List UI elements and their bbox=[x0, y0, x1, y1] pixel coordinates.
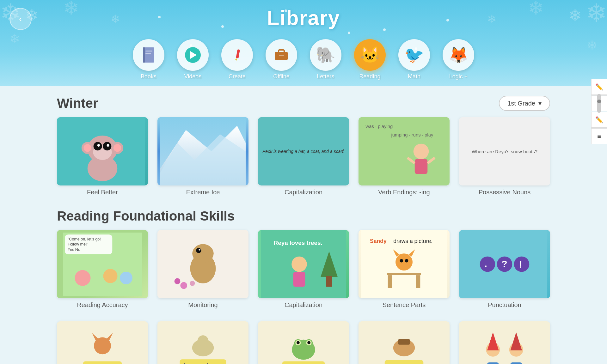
logic-icon: 🦊 bbox=[449, 47, 468, 63]
feel-better-illustration bbox=[57, 117, 148, 185]
pencil-tool-icon: ✏️ bbox=[595, 83, 603, 91]
card-monitoring[interactable]: Monitoring bbox=[157, 230, 248, 309]
nav-item-offline[interactable]: Offline bbox=[266, 39, 297, 80]
card-poss-nouns[interactable]: Where are Reya's snow boots? Possessive … bbox=[459, 117, 550, 196]
winter-section-header: Winter 1st Grade ▾ bbox=[57, 96, 550, 111]
winter-card-grid: Feel Better bbox=[57, 117, 550, 196]
card-label-cap2: Capitalization bbox=[258, 301, 349, 309]
svg-rect-1 bbox=[143, 47, 145, 63]
verb-svg: was · playing jumping · runs · play bbox=[359, 117, 450, 185]
svg-text:was · playing: was · playing bbox=[365, 124, 393, 129]
svg-point-83 bbox=[198, 335, 208, 346]
card-isolate-sounds[interactable]: Isolate All Sounds bbox=[459, 321, 550, 364]
card-feel-better[interactable]: Feel Better bbox=[57, 117, 148, 196]
reading-acc-illustration: "Come on, let's go! Follow me!" Yes No bbox=[57, 230, 148, 298]
svg-text:"Come on, let's go!: "Come on, let's go! bbox=[68, 237, 101, 241]
nav-item-reading[interactable]: 🐱 Reading bbox=[354, 39, 386, 80]
tool-menu[interactable]: ≡ bbox=[591, 128, 607, 144]
card-image-feel-better bbox=[57, 117, 148, 185]
grade-selector[interactable]: 1st Grade ▾ bbox=[499, 96, 550, 111]
svg-point-64 bbox=[405, 259, 408, 263]
tool-scroll[interactable] bbox=[591, 95, 607, 111]
svg-text:Yes   No: Yes No bbox=[68, 247, 80, 252]
letters-icon: 🐘 bbox=[316, 47, 335, 63]
nav-circle-reading: 🐱 bbox=[354, 39, 386, 71]
card-verb-endings[interactable]: was · playing jumping · runs · play Verb… bbox=[359, 117, 450, 196]
extreme-ice-illustration bbox=[157, 117, 248, 185]
nav-circle-create bbox=[221, 39, 253, 71]
nav-item-logic[interactable]: 🦊 Logic + bbox=[443, 39, 474, 80]
svg-rect-51 bbox=[326, 276, 332, 287]
svg-point-13 bbox=[84, 144, 91, 152]
main-content: Winter 1st Grade ▾ bbox=[0, 86, 607, 364]
svg-point-28 bbox=[414, 144, 429, 159]
end-sound-illustration: f r o g bbox=[258, 321, 349, 364]
card-middle-sound[interactable]: d u c k e a Middle Sound bbox=[157, 321, 248, 364]
card-ending-sound[interactable]: f r o g Ending Sound bbox=[258, 321, 349, 364]
card-punctuation[interactable]: . ? ! Punctuation bbox=[459, 230, 550, 309]
cap2-svg: Reya loves trees. bbox=[258, 230, 349, 298]
svg-text:!: ! bbox=[519, 259, 522, 270]
card-label-reading-acc: Reading Accuracy bbox=[57, 301, 148, 309]
card-image-cap-winter: Peck is wearing a hat, a coat, and a sca… bbox=[258, 117, 349, 185]
books-icon bbox=[141, 47, 156, 63]
svg-point-43 bbox=[196, 248, 201, 253]
card-image-reading-acc: "Come on, let's go! Follow me!" Yes No bbox=[57, 230, 148, 298]
grade-label: 1st Grade bbox=[507, 100, 535, 107]
svg-rect-53 bbox=[293, 272, 305, 287]
reading-row1: "Come on, let's go! Follow me!" Yes No R… bbox=[57, 230, 550, 309]
nav-item-create[interactable]: Create bbox=[221, 39, 253, 80]
nav-circle-videos bbox=[177, 39, 209, 71]
videos-icon bbox=[185, 47, 201, 63]
nav-item-videos[interactable]: Videos bbox=[177, 39, 209, 80]
svg-rect-4 bbox=[236, 49, 240, 58]
isolate-illustration bbox=[459, 321, 550, 364]
card-label-verb: Verb Endings: -ing bbox=[359, 189, 450, 196]
card-label-monitoring: Monitoring bbox=[157, 301, 248, 309]
card-image-punctuation: . ? ! bbox=[459, 230, 550, 298]
nav-item-books[interactable]: Books bbox=[133, 39, 164, 80]
back-button[interactable]: ‹ bbox=[9, 8, 32, 30]
cap2-illustration: Reya loves trees. bbox=[258, 230, 349, 298]
nav-item-math[interactable]: 🐦 Math bbox=[398, 39, 430, 80]
card-image-mid-sound: d u c k e a bbox=[157, 321, 248, 364]
tool-pencil[interactable]: ✏️ bbox=[591, 79, 607, 95]
card-first-last-sound[interactable]: n u n t First & Last Sound bbox=[359, 321, 450, 364]
beg-sound-illustration: f o x bbox=[57, 321, 148, 364]
svg-text:Sandy: Sandy bbox=[370, 238, 387, 244]
card-reading-acc[interactable]: "Come on, let's go! Follow me!" Yes No R… bbox=[57, 230, 148, 309]
scroll-indicator bbox=[597, 94, 601, 113]
svg-point-46 bbox=[190, 281, 195, 286]
back-icon: ‹ bbox=[19, 14, 22, 24]
svg-rect-7 bbox=[279, 50, 284, 52]
card-image-verb: was · playing jumping · runs · play bbox=[359, 117, 450, 185]
nav-circle-logic: 🦊 bbox=[443, 39, 474, 71]
card-extreme-ice[interactable]: Extreme Ice bbox=[157, 117, 248, 196]
verb-illustration: was · playing jumping · runs · play bbox=[359, 117, 450, 185]
svg-point-42 bbox=[192, 244, 214, 263]
sidebar-tools: ✏️ ✏️ ≡ bbox=[591, 79, 607, 144]
punct-svg: . ? ! bbox=[459, 230, 550, 298]
tool-settings[interactable]: ✏️ bbox=[591, 112, 607, 128]
svg-rect-58 bbox=[388, 275, 392, 288]
poss-text: Where are Reya's snow boots? bbox=[472, 149, 537, 154]
card-beginning-sound[interactable]: f o x Beginning Sound bbox=[57, 321, 148, 364]
svg-text:Follow me!": Follow me!" bbox=[68, 242, 88, 246]
monitoring-illustration bbox=[157, 230, 248, 298]
nav-label-offline: Offline bbox=[273, 73, 290, 80]
poss-illustration: Where are Reya's snow boots? bbox=[459, 117, 550, 185]
nav-label-videos: Videos bbox=[184, 73, 202, 80]
svg-point-60 bbox=[395, 253, 413, 270]
card-capitalization-winter[interactable]: Peck is wearing a hat, a coat, and a sca… bbox=[258, 117, 349, 196]
svg-text:f  o  x: f o x bbox=[85, 363, 108, 364]
svg-rect-3 bbox=[145, 53, 151, 54]
svg-rect-2 bbox=[145, 51, 152, 52]
card-cap2[interactable]: Reya loves trees. Capitalization bbox=[258, 230, 349, 309]
end-sound-svg: f r o g bbox=[261, 325, 346, 364]
card-image-end-sound: f r o g bbox=[258, 321, 349, 364]
card-sentence[interactable]: Sandy draws a picture. S bbox=[359, 230, 450, 309]
nav-item-letters[interactable]: 🐘 Letters bbox=[310, 39, 341, 80]
beg-sound-svg: f o x bbox=[60, 325, 145, 364]
svg-rect-8 bbox=[279, 55, 284, 56]
svg-rect-57 bbox=[387, 273, 421, 275]
